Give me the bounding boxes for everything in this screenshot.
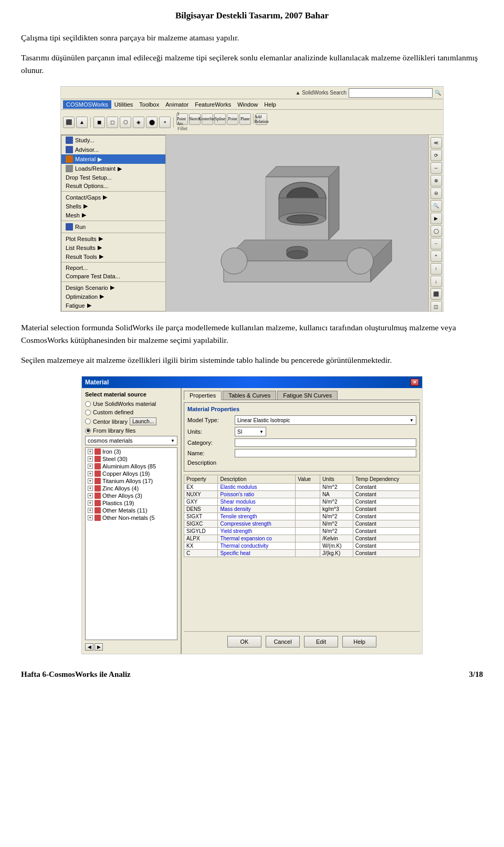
tb-btn-spline[interactable]: Spline bbox=[214, 113, 226, 125]
tb-btn-1[interactable]: ⬛ bbox=[63, 117, 75, 128]
tree-expand-iron[interactable]: + bbox=[88, 449, 93, 454]
tree-next-button[interactable]: ▶ bbox=[94, 643, 103, 651]
rt-btn-5[interactable]: ⊖ bbox=[430, 187, 442, 199]
menu-report[interactable]: Report... bbox=[61, 264, 165, 272]
help-button[interactable]: Help bbox=[342, 636, 376, 647]
tree-expand-non-metals[interactable]: + bbox=[88, 515, 93, 520]
tree-item-titanium[interactable]: + Titanium Alloys (17) bbox=[86, 477, 177, 485]
tree-expand-aluminium[interactable]: + bbox=[88, 464, 93, 469]
rt-btn-10[interactable]: * bbox=[430, 250, 442, 262]
ok-button[interactable]: OK bbox=[227, 636, 261, 647]
tree-item-non-metals[interactable]: + Other Non-metals (5 bbox=[86, 514, 177, 521]
tree-expand-zinc[interactable]: + bbox=[88, 486, 93, 491]
menu-advisor[interactable]: Advisor... bbox=[61, 145, 165, 154]
search-icon[interactable]: 🔍 bbox=[435, 90, 441, 96]
menu-drop-test[interactable]: Drop Test Setup... bbox=[61, 173, 165, 182]
menu-list-results[interactable]: List Results ▶ bbox=[61, 243, 165, 252]
tree-item-other-metals[interactable]: + Other Metals (11) bbox=[86, 507, 177, 514]
rt-btn-9[interactable]: ~ bbox=[430, 238, 442, 249]
tree-item-other-alloys[interactable]: + Other Alloys (3) bbox=[86, 492, 177, 499]
table-row[interactable]: SIGXTTensile strengthN/m^2Constant bbox=[184, 513, 420, 520]
tb-btn-7[interactable]: ⬤ bbox=[146, 117, 158, 128]
tree-item-zinc[interactable]: + Zinc Alloys (4) bbox=[86, 485, 177, 492]
tree-expand-other-alloys[interactable]: + bbox=[88, 493, 93, 498]
table-row[interactable]: SIGYLDYield strengthN/m^2Constant bbox=[184, 528, 420, 535]
tb-btn-2[interactable]: ▲ bbox=[76, 117, 88, 128]
material-tree[interactable]: + Iron (3) + Steel (30) + Aluminium Allo… bbox=[85, 447, 177, 640]
rt-btn-3[interactable]: ↔ bbox=[430, 162, 442, 174]
tree-item-copper[interactable]: + Copper Alloys (19) bbox=[86, 470, 177, 477]
menu-toolbox[interactable]: Toolbox bbox=[136, 100, 162, 109]
menu-design-scenario[interactable]: Design Scenario ▶ bbox=[61, 283, 165, 292]
tree-item-steel[interactable]: + Steel (30) bbox=[86, 455, 177, 463]
radio-solidworks[interactable]: Use SolidWorks material bbox=[85, 401, 177, 407]
table-row[interactable]: ALPXThermal expansion co/KelvinConstant bbox=[184, 535, 420, 542]
menu-shells[interactable]: Shells ▶ bbox=[61, 202, 165, 211]
units-select[interactable]: SI ▼ bbox=[235, 427, 266, 436]
tree-expand-titanium[interactable]: + bbox=[88, 478, 93, 484]
tab-properties[interactable]: Properties bbox=[184, 391, 222, 400]
radio-custom[interactable]: Custom defined bbox=[85, 409, 177, 415]
menu-result-options[interactable]: Result Options... bbox=[61, 182, 165, 190]
menu-plot-results[interactable]: Plot Results ▶ bbox=[61, 234, 165, 243]
tree-expand-steel[interactable]: + bbox=[88, 456, 93, 462]
table-row[interactable]: SIGXCCompressive strengthN/m^2Constant bbox=[184, 520, 420, 528]
tb-btn-relation[interactable]: Add Relation bbox=[256, 113, 267, 125]
rt-btn-2[interactable]: ⟳ bbox=[430, 150, 442, 161]
rt-btn-1[interactable]: ≪ bbox=[430, 137, 442, 149]
search-input[interactable] bbox=[349, 88, 433, 98]
rt-btn-13[interactable]: ⬛ bbox=[430, 288, 442, 300]
rt-btn-4[interactable]: ⊕ bbox=[430, 175, 442, 186]
rt-btn-14[interactable]: ◫ bbox=[430, 301, 442, 312]
tb-btn-3[interactable]: ◼ bbox=[93, 117, 105, 128]
material-dropdown[interactable]: cosmos materials ▼ bbox=[85, 436, 177, 445]
tree-expand-other-metals[interactable]: + bbox=[88, 508, 93, 513]
menu-contact[interactable]: Contact/Gaps ▶ bbox=[61, 193, 165, 202]
dialog-close-button[interactable]: ✕ bbox=[411, 379, 419, 386]
tree-expand-plastics[interactable]: + bbox=[88, 500, 93, 506]
rt-btn-8[interactable]: ◯ bbox=[430, 225, 442, 237]
menu-animator[interactable]: Animator bbox=[162, 100, 192, 109]
table-row[interactable]: GXYShear modulusN/m^2Constant bbox=[184, 498, 420, 506]
tb-btn-4[interactable]: ◻ bbox=[107, 117, 118, 128]
menu-material[interactable]: Material ▶ bbox=[61, 154, 165, 164]
tb-btn-5[interactable]: ⬡ bbox=[120, 117, 131, 128]
name-input[interactable] bbox=[235, 449, 416, 457]
radio-library-circle[interactable] bbox=[85, 428, 91, 434]
tb-btn-9[interactable]: 3 Point Arc bbox=[176, 113, 188, 125]
tree-prev-button[interactable]: ◀ bbox=[85, 643, 93, 651]
tree-item-plastics[interactable]: + Plastics (19) bbox=[86, 499, 177, 507]
tb-btn-centerline[interactable]: Centerline bbox=[202, 113, 213, 125]
menu-fatigue[interactable]: Fatigue ▶ bbox=[61, 301, 165, 310]
radio-library[interactable]: From library files bbox=[85, 427, 177, 434]
model-type-select[interactable]: Linear Elastic Isotropic ▼ bbox=[235, 415, 416, 425]
edit-button[interactable]: Edit bbox=[304, 636, 338, 647]
tab-fatigue[interactable]: Fatigue SN Curves bbox=[277, 391, 338, 400]
launch-button[interactable]: Launch... bbox=[130, 417, 156, 425]
cancel-button[interactable]: Cancel bbox=[266, 636, 300, 647]
tree-item-aluminium[interactable]: + Aluminium Alloys (85 bbox=[86, 463, 177, 470]
rt-btn-11[interactable]: ↑ bbox=[430, 263, 442, 275]
tree-expand-copper[interactable]: + bbox=[88, 471, 93, 476]
rt-btn-6[interactable]: 🔍 bbox=[430, 200, 442, 212]
tb-btn-8[interactable]: ⚬ bbox=[159, 117, 171, 128]
category-input[interactable] bbox=[235, 438, 416, 447]
tab-tables-curves[interactable]: Tables & Curves bbox=[223, 391, 276, 400]
menu-help[interactable]: Help bbox=[261, 100, 279, 109]
menu-optimization[interactable]: Optimization ▶ bbox=[61, 292, 165, 301]
menu-window[interactable]: Window bbox=[234, 100, 261, 109]
rt-btn-12[interactable]: ↓ bbox=[430, 276, 442, 287]
menu-compare[interactable]: Compare Test Data... bbox=[61, 272, 165, 280]
menu-study[interactable]: Study... bbox=[61, 135, 165, 145]
radio-centor[interactable]: Centor library Launch... bbox=[85, 417, 177, 425]
menu-mesh[interactable]: Mesh ▶ bbox=[61, 211, 165, 219]
tb-btn-point[interactable]: Point bbox=[227, 113, 238, 125]
menu-cosmosworks[interactable]: COSMOSWorks bbox=[63, 100, 111, 109]
tb-btn-6[interactable]: ◈ bbox=[133, 117, 144, 128]
menu-result-tools[interactable]: Result Tools ▶ bbox=[61, 252, 165, 261]
radio-custom-circle[interactable] bbox=[85, 410, 91, 415]
tree-item-iron[interactable]: + Iron (3) bbox=[86, 448, 177, 455]
radio-solidworks-circle[interactable] bbox=[85, 401, 91, 407]
rt-btn-7[interactable]: ▶ bbox=[430, 213, 442, 224]
menu-utilities[interactable]: Utilities bbox=[111, 100, 136, 109]
